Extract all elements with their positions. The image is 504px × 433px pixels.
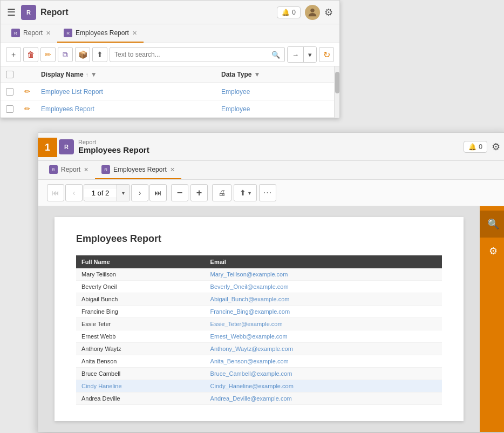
report-table-row: Cindy Haneline Cindy_Haneline@example.co… — [76, 380, 442, 393]
report-content-area: Employees Report Full Name Email Mary Te… — [38, 206, 504, 432]
copy-button[interactable]: ⧉ — [58, 47, 73, 62]
window1: ☰ R Report 🔔 0 ⚙ R Report ✕ R Employees … — [0, 0, 340, 118]
page-navigation: ⏮ ‹ ▾ › ⏭ — [47, 184, 167, 201]
zoom-in-button[interactable]: + — [190, 184, 208, 201]
last-page-icon: ⏭ — [154, 188, 162, 197]
archive-button[interactable]: 📦 — [75, 47, 90, 62]
tab-employees-report[interactable]: R Employees Report ✕ — [57, 24, 144, 43]
window2-tab-report-close[interactable]: ✕ — [84, 166, 88, 173]
filter-icon-type[interactable]: ▼ — [254, 71, 260, 78]
next-page-icon: › — [139, 188, 141, 197]
notification-button[interactable]: 🔔 0 — [277, 6, 301, 18]
row-data-type: Employee — [216, 100, 339, 118]
window2-tab-employees[interactable]: R Employees Report ✕ — [95, 161, 181, 179]
report-row-name: Anita Benson — [76, 355, 205, 368]
nav-buttons: → ▾ — [287, 46, 317, 63]
prev-page-button[interactable]: ‹ — [65, 184, 83, 201]
tab-employees-close[interactable]: ✕ — [132, 30, 137, 37]
window2-tabs: R Report ✕ R Employees Report ✕ — [38, 161, 504, 180]
report-table-row: Andrea Deville Andrea_Deville@example.co… — [76, 393, 442, 405]
window2-main-title: Employees Report — [78, 145, 464, 154]
prev-page-icon: ‹ — [73, 188, 76, 197]
side-settings-icon: ⚙ — [489, 245, 498, 257]
window2-tab-employees-close[interactable]: ✕ — [170, 166, 175, 173]
refresh-button[interactable]: ↻ — [319, 47, 334, 62]
page-input[interactable] — [84, 189, 117, 197]
report-row-name: Cindy Haneline — [76, 380, 205, 393]
report-page-title: Employees Report — [76, 233, 442, 245]
side-settings-button[interactable]: ⚙ — [480, 238, 504, 265]
hamburger-icon[interactable]: ☰ — [7, 6, 16, 18]
report-row-name: Essie Teter — [76, 318, 205, 330]
table-row: ✏ Employee List Report Employee — [1, 83, 339, 100]
row-checkbox-cell — [1, 100, 19, 118]
export-button[interactable]: ⬆ — [92, 47, 107, 62]
tab-report[interactable]: R Report ✕ — [5, 24, 57, 43]
print-icon: 🖨 — [218, 188, 226, 197]
export-action-button[interactable]: ⬆ ▾ — [234, 184, 257, 201]
search-icon[interactable]: 🔍 — [271, 51, 280, 59]
column-display-name: Display Name ↑ ▼ — [36, 66, 216, 83]
report-table-row: Anthony Waytz Anthony_Waytz@example.com — [76, 343, 442, 355]
search-input[interactable] — [114, 51, 271, 58]
side-panel: 🔍 ⚙ — [480, 206, 504, 432]
bell-icon: 🔔 — [282, 9, 290, 16]
nav-forward-button[interactable]: → — [288, 47, 304, 62]
report-row-email: Mary_Teiilson@example.com — [205, 268, 442, 281]
side-search-button[interactable]: 🔍 — [480, 211, 504, 238]
nav-dropdown-button[interactable]: ▾ — [304, 47, 316, 62]
settings-icon[interactable]: ⚙ — [324, 6, 333, 18]
print-button[interactable]: 🖨 — [212, 184, 231, 201]
last-page-button[interactable]: ⏭ — [149, 184, 167, 201]
zoom-out-button[interactable]: − — [171, 184, 188, 201]
scrollbar-thumb — [335, 72, 339, 93]
first-page-button[interactable]: ⏮ — [47, 184, 64, 201]
report-row-name: Andrea Deville — [76, 393, 205, 405]
table-row: ✏ Employees Report Employee — [1, 100, 339, 118]
report-table-row: Essie Teter Essie_Teter@example.com — [76, 318, 442, 330]
delete-button[interactable]: 🗑 — [23, 47, 38, 62]
window2-bell-icon: 🔔 — [468, 143, 476, 151]
row-display-name[interactable]: Employees Report — [36, 100, 216, 118]
column-data-type: Data Type ▼ — [216, 66, 339, 83]
export-icon: ⬆ — [240, 188, 246, 197]
scrollbar[interactable] — [334, 66, 339, 118]
export-dropdown-arrow: ▾ — [248, 190, 251, 196]
more-options-button[interactable]: ··· — [259, 184, 276, 201]
report-row-name: Bruce Cambell — [76, 368, 205, 380]
add-button[interactable]: + — [6, 47, 21, 62]
report-row-name: Beverly Oneil — [76, 281, 205, 293]
window1-toolbar: + 🗑 ✏ ⧉ 📦 ⬆ 🔍 → ▾ ↻ — [1, 43, 339, 66]
next-page-button[interactable]: › — [131, 184, 148, 201]
report-row-email: Francine_Bing@example.com — [205, 306, 442, 318]
report-page: Employees Report Full Name Email Mary Te… — [55, 217, 464, 421]
tab-report-close[interactable]: ✕ — [46, 30, 51, 37]
tab-report-icon: R — [11, 29, 20, 37]
report-row-name: Abigail Bunch — [76, 293, 205, 306]
page-dropdown-button[interactable]: ▾ — [117, 184, 130, 201]
row-display-name[interactable]: Employee List Report — [36, 83, 216, 100]
window1-header: ☰ R Report 🔔 0 ⚙ — [1, 1, 339, 24]
window2-subtitle: Report — [78, 139, 464, 145]
row-checkbox[interactable] — [6, 88, 13, 96]
edit-button[interactable]: ✏ — [40, 47, 56, 62]
report-table-row: Ernest Webb Ernest_Webb@example.com — [76, 330, 442, 343]
window2-tab-employees-icon: R — [101, 165, 110, 174]
window2-notification-button[interactable]: 🔔 0 — [464, 141, 487, 153]
row-edit-cell: ✏ — [19, 83, 36, 100]
row-checkbox[interactable] — [6, 105, 13, 113]
window1-tabs: R Report ✕ R Employees Report ✕ — [1, 24, 339, 43]
filter-icon-name[interactable]: ▼ — [91, 71, 97, 78]
row-edit-icon[interactable]: ✏ — [24, 105, 30, 113]
row-edit-icon[interactable]: ✏ — [24, 87, 30, 96]
sort-icon[interactable]: ↑ — [86, 72, 88, 78]
report-row-name: Anthony Waytz — [76, 343, 205, 355]
user-avatar — [305, 5, 320, 20]
report-row-email: Beverly_Oneil@example.com — [205, 281, 442, 293]
window2-tab-report[interactable]: R Report ✕ — [43, 161, 95, 179]
window2-settings-icon[interactable]: ⚙ — [492, 141, 500, 153]
tab-employees-icon: R — [64, 29, 72, 37]
window2: ☰ R Report Employees Report 🔔 0 ⚙ R Repo… — [38, 132, 504, 432]
zoom-controls: − + — [171, 184, 208, 201]
window2-title-wrap: Report Employees Report — [78, 139, 464, 154]
